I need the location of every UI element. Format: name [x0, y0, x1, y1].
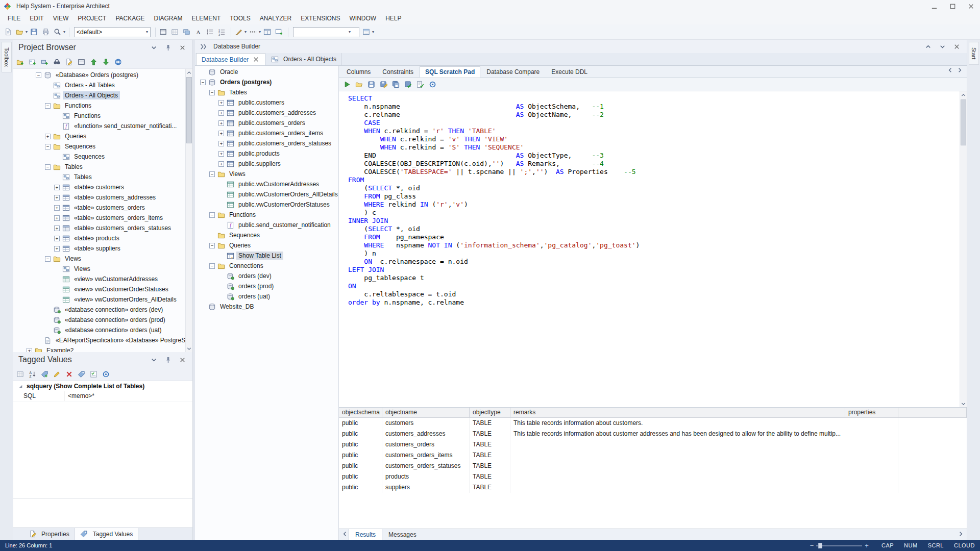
tree-item-functions[interactable]: Functions [13, 111, 185, 121]
expand-icon[interactable]: + [54, 226, 60, 231]
pin-icon[interactable] [164, 356, 172, 364]
tree-item-public-customers-orders-items[interactable]: +public.customers_orders_items [195, 128, 338, 138]
expand-icon[interactable]: + [54, 246, 60, 252]
expand-icon[interactable]: + [45, 134, 51, 139]
tree-item-tables[interactable]: Tables [13, 172, 185, 182]
magnifier-button[interactable] [53, 27, 64, 38]
tab-constraints[interactable]: Constraints [377, 66, 419, 78]
tree-item-view-vwcustomeraddresses[interactable]: «view» vwCustomerAddresses [13, 274, 185, 284]
new-package-button[interactable] [15, 56, 27, 67]
page-edit-button[interactable] [64, 56, 76, 67]
chevron-right-icon[interactable] [957, 530, 965, 539]
results-column-remarks[interactable]: remarks [510, 408, 845, 417]
scroll-thumb[interactable] [186, 77, 192, 143]
scroll-up-icon[interactable] [960, 91, 967, 98]
table-row[interactable]: publiccustomers_orders_itemsTABLE [339, 450, 967, 461]
expand-icon[interactable]: + [218, 100, 224, 106]
collapse-icon[interactable]: − [209, 263, 215, 269]
window-list-button[interactable] [361, 27, 373, 38]
tab-messages[interactable]: Messages [382, 529, 423, 540]
search-input[interactable] [293, 28, 349, 36]
open-folder-button[interactable] [354, 79, 365, 90]
tree-item-queries[interactable]: +Queries [13, 131, 185, 141]
expand-icon[interactable]: + [218, 151, 224, 157]
tree-item-views[interactable]: Views [13, 264, 185, 274]
tree-item-sequences[interactable]: −Sequences [13, 141, 185, 152]
sql-scratch-pad-editor[interactable]: SELECT n.nspname AS ObjectSchema, --1 c.… [339, 91, 967, 408]
menu-package[interactable]: PACKAGE [111, 12, 149, 24]
chevron-down-icon[interactable]: ▾ [26, 30, 28, 34]
tree-item-orders-dev[interactable]: orders (dev) [195, 271, 338, 281]
menu-element[interactable]: ELEMENT [187, 12, 226, 24]
close-tab-icon[interactable] [252, 56, 260, 63]
floppy-stack-button[interactable] [391, 79, 402, 90]
floppy-button[interactable] [29, 27, 40, 38]
new-element-button[interactable] [40, 56, 51, 67]
tree-item-oracle[interactable]: Oracle [195, 67, 338, 77]
tree-item-public-vwcustomerorderstatuses[interactable]: public.vwCustomerOrderStatuses [195, 199, 338, 210]
document-tab-database-builder[interactable]: Database Builder [196, 53, 265, 65]
open-folder-button[interactable] [15, 27, 26, 38]
expand-icon[interactable]: + [218, 141, 224, 146]
numbered-list-button[interactable]: 123 [217, 27, 228, 38]
cap-indicator[interactable]: CAP [881, 542, 894, 548]
grid-button[interactable] [170, 27, 181, 38]
expand-icon[interactable]: + [54, 205, 60, 211]
panel-menu-icon[interactable] [150, 356, 158, 364]
tree-item-eareportspecification-database-postgres[interactable]: «EAReportSpecification» «Database» Postg… [13, 335, 185, 345]
tree-item-orders-prod[interactable]: orders (prod) [195, 281, 338, 291]
tag-button[interactable] [77, 368, 88, 380]
zoom-in-button[interactable]: + [862, 542, 871, 549]
chevron-left-icon[interactable] [946, 66, 954, 76]
results-column-objectschema[interactable]: objectschema [339, 408, 382, 417]
pin-icon[interactable] [164, 43, 172, 52]
expand-icon[interactable]: + [54, 185, 60, 190]
green-down-button[interactable] [101, 56, 112, 67]
tree-item-queries[interactable]: −Queries [195, 240, 338, 251]
new-diagram-button[interactable] [28, 56, 39, 67]
brush-button[interactable] [234, 27, 245, 38]
expand-icon[interactable]: + [218, 161, 224, 167]
table-row[interactable]: publiccustomers_ordersTABLE [339, 439, 967, 450]
expand-icon[interactable]: + [54, 195, 60, 201]
binoculars-button[interactable] [52, 56, 63, 67]
chevron-left-icon[interactable] [341, 530, 349, 539]
tab-execute-ddl[interactable]: Execute DDL [546, 66, 593, 78]
frame-button[interactable] [158, 27, 169, 38]
close-button[interactable] [962, 0, 980, 12]
close-panel-icon[interactable] [178, 356, 186, 364]
tagged-value-row[interactable]: SQL<memo>* [13, 391, 192, 402]
tree-item-database-orders-postgres[interactable]: −«Database» Orders (postgres) [13, 70, 185, 80]
print-button[interactable] [41, 27, 52, 38]
chevron-down-icon[interactable]: ▾ [259, 30, 261, 34]
table-row[interactable]: publiccustomers_orders_statusesTABLE [339, 461, 967, 471]
tree-item-orders-all-tables[interactable]: Orders - All Tables [13, 80, 185, 90]
collapse-icon[interactable]: − [45, 144, 51, 149]
new-file-button[interactable] [3, 27, 14, 38]
red-x-button[interactable] [64, 368, 76, 380]
bullet-list-button[interactable] [205, 27, 216, 38]
tree-item-table-customers[interactable]: +«table» customers [13, 182, 185, 192]
expand-icon[interactable]: + [218, 120, 224, 126]
collapse-icon[interactable]: − [209, 171, 215, 177]
tree-item-tables[interactable]: −Tables [195, 87, 338, 97]
results-column-objectname[interactable]: objectname [382, 408, 470, 417]
scroll-down-icon[interactable] [186, 345, 192, 352]
tree-item-tables[interactable]: −Tables [13, 162, 185, 172]
frame-button[interactable] [77, 56, 88, 67]
menu-diagram[interactable]: DIAGRAM [150, 12, 187, 24]
close-panel-icon[interactable] [952, 42, 961, 51]
tree-item-table-customers-orders-items[interactable]: +«table» customers_orders_items [13, 213, 185, 223]
tree-item-public-suppliers[interactable]: +public.suppliers [195, 159, 338, 169]
tree-item-orders-postgres[interactable]: −Orders (postgres) [195, 77, 338, 87]
document-tab-orders-all-objects[interactable]: Orders - All Objects [265, 53, 342, 65]
maximize-button[interactable] [943, 0, 962, 12]
tree-item-table-customers-addresses[interactable]: +«table» customers_addresses [13, 192, 185, 203]
scrl-indicator[interactable]: SCRL [928, 542, 944, 548]
collapse-panel-icon[interactable] [924, 42, 932, 51]
tree-item-show-table-list[interactable]: Show Table List [195, 251, 338, 261]
expand-icon[interactable]: + [27, 348, 32, 353]
menu-file[interactable]: FILE [3, 12, 25, 24]
expand-icon[interactable]: + [54, 236, 60, 241]
tab-columns[interactable]: Columns [341, 66, 376, 78]
